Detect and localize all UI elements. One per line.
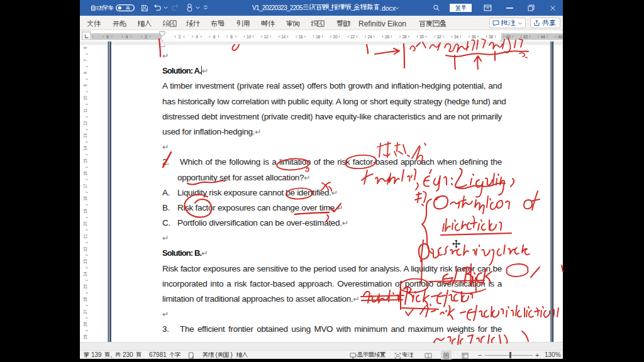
svg-text:15: 15 [83, 158, 87, 163]
svg-text:21: 21 [83, 234, 87, 239]
svg-text:22: 22 [350, 35, 355, 39]
svg-text:46: 46 [558, 35, 563, 39]
svg-text:4: 4 [196, 35, 198, 39]
svg-text:23: 23 [83, 259, 87, 264]
svg-text:2: 2 [145, 35, 147, 39]
svg-text:26: 26 [385, 35, 390, 39]
svg-text:4: 4 [126, 35, 128, 39]
svg-text:40: 40 [506, 35, 511, 39]
svg-text:20: 20 [333, 35, 338, 39]
svg-text:7: 7 [83, 59, 87, 62]
svg-text:8: 8 [83, 72, 87, 74]
svg-text:6: 6 [83, 47, 87, 49]
svg-text:24: 24 [367, 35, 372, 39]
svg-text:6: 6 [213, 35, 216, 39]
svg-text:19: 19 [83, 209, 87, 214]
svg-text:16: 16 [83, 171, 87, 176]
svg-text:36: 36 [471, 35, 476, 39]
svg-text:16: 16 [298, 35, 303, 39]
svg-text:17: 17 [83, 184, 87, 189]
svg-text:12: 12 [83, 121, 87, 126]
svg-text:14: 14 [281, 35, 286, 39]
svg-text:10: 10 [83, 96, 87, 101]
svg-text:27: 27 [83, 309, 87, 314]
svg-text:14: 14 [83, 146, 87, 151]
svg-text:38: 38 [489, 35, 494, 39]
svg-text:6: 6 [106, 35, 109, 39]
svg-text:9: 9 [83, 84, 87, 87]
svg-text:25: 25 [83, 284, 87, 289]
svg-text:34: 34 [454, 35, 459, 39]
svg-text:10: 10 [247, 35, 252, 39]
svg-text:44: 44 [540, 35, 545, 39]
svg-text:13: 13 [83, 133, 87, 138]
svg-text:8: 8 [230, 35, 233, 39]
svg-text:24: 24 [83, 272, 87, 277]
svg-text:20: 20 [83, 221, 87, 226]
svg-text:28: 28 [402, 35, 407, 39]
svg-text:2: 2 [179, 35, 181, 39]
svg-text:29: 29 [83, 334, 87, 339]
svg-text:18: 18 [83, 196, 87, 201]
svg-text:12: 12 [264, 35, 269, 39]
svg-text:18: 18 [316, 35, 321, 39]
svg-text:22: 22 [83, 246, 87, 251]
svg-text:11: 11 [83, 108, 87, 112]
svg-text:26: 26 [83, 297, 87, 302]
svg-text:32: 32 [436, 35, 441, 39]
svg-text:28: 28 [83, 322, 87, 327]
svg-text:30: 30 [419, 35, 425, 39]
svg-text:42: 42 [523, 35, 528, 39]
